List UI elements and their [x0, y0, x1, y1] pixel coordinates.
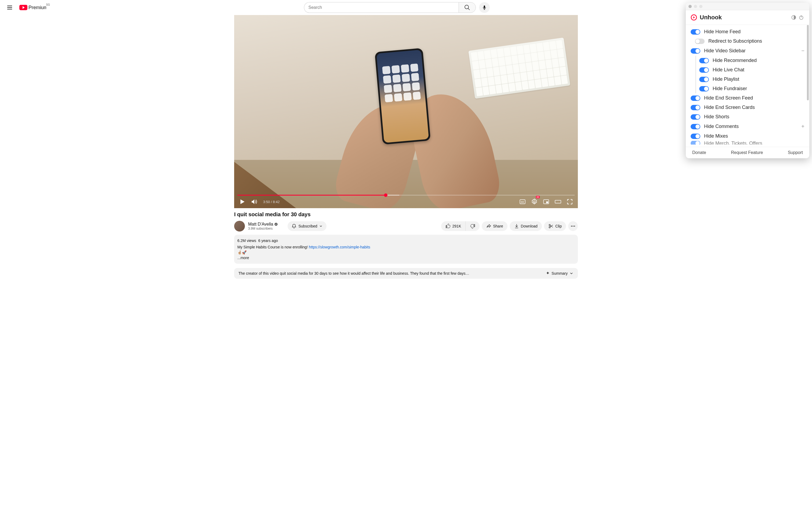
voice-search-button[interactable]	[479, 2, 490, 13]
scrollbar[interactable]	[807, 25, 809, 147]
fullscreen-icon	[566, 198, 573, 205]
unhook-logo-icon	[691, 14, 697, 21]
toggle-label: Hide Comments	[704, 124, 739, 129]
clip-button[interactable]: Clip	[544, 221, 566, 231]
channel-avatar[interactable]	[234, 221, 245, 231]
like-dislike-group: 291K	[441, 221, 480, 231]
play-button[interactable]	[237, 197, 247, 207]
donate-link[interactable]: Donate	[692, 150, 706, 155]
request-feature-link[interactable]: Request Feature	[731, 150, 763, 155]
miniplayer-icon	[543, 198, 550, 205]
toggle-label: Hide Playlist	[713, 76, 739, 82]
summary-bar: The creator of this video quit social me…	[234, 268, 578, 279]
theme-toggle-button[interactable]	[791, 14, 797, 21]
video-player[interactable]: 3:50 / 8:42 CC HD	[234, 15, 578, 208]
contrast-icon	[791, 15, 797, 20]
volume-button[interactable]	[249, 197, 259, 207]
scissors-icon	[548, 223, 554, 229]
summary-text: The creator of this video quit social me…	[239, 271, 543, 276]
svg-point-16	[574, 226, 575, 226]
description-link[interactable]: https://slowgrowth.com/simple-habits	[309, 245, 370, 249]
thumbs-up-icon	[446, 223, 451, 229]
toggle-row-redirect-to-subscriptions: Redirect to Subscriptions	[686, 37, 809, 46]
primary-column: 3:50 / 8:42 CC HD I quit social media fo…	[234, 15, 578, 279]
logo[interactable]: Premium SG	[19, 4, 46, 11]
toggle-switch[interactable]	[699, 77, 709, 82]
power-toggle-button[interactable]	[798, 14, 805, 21]
toggle-row-hide-recommended: Hide Recommended	[696, 56, 809, 65]
toggle-row-hide-video-sidebar: Hide Video Sidebar−	[686, 46, 809, 56]
toggle-label: Hide End Screen Feed	[704, 95, 753, 101]
toggle-row-hide-end-screen-cards: Hide End Screen Cards	[686, 103, 809, 112]
youtube-logo-icon: Premium	[19, 4, 46, 11]
expand-icon[interactable]: +	[801, 123, 805, 129]
svg-text:Premium: Premium	[29, 5, 46, 10]
show-more-button[interactable]: ...more	[237, 255, 575, 261]
support-link[interactable]: Support	[788, 150, 803, 155]
settings-button[interactable]: HD	[529, 197, 539, 207]
toggle-switch[interactable]	[691, 105, 700, 110]
more-actions-button[interactable]	[568, 221, 578, 231]
channel-name[interactable]: Matt D'Avella	[248, 222, 278, 227]
play-icon	[239, 198, 246, 205]
window-titlebar[interactable]	[686, 3, 809, 10]
sparkle-icon	[546, 271, 550, 276]
phone-prop	[374, 48, 431, 144]
search-button[interactable]	[459, 2, 476, 13]
dislike-button[interactable]	[466, 221, 479, 231]
time-display: 3:50 / 8:42	[263, 200, 280, 204]
hamburger-menu-button[interactable]	[4, 2, 15, 13]
video-frame	[234, 15, 578, 208]
microphone-icon	[482, 5, 487, 10]
toggle-switch[interactable]	[691, 124, 700, 129]
toggle-row-hide-shorts: Hide Shorts	[686, 112, 809, 121]
svg-rect-9	[546, 202, 548, 203]
maximize-window-button[interactable]	[699, 5, 702, 8]
toggle-switch[interactable]	[699, 58, 709, 63]
toggle-switch[interactable]	[691, 114, 700, 120]
description-box[interactable]: 6.2M views 6 years ago My Simple Habits …	[234, 235, 578, 264]
theater-button[interactable]	[553, 197, 563, 207]
search-input[interactable]	[304, 2, 459, 13]
svg-point-15	[572, 226, 573, 226]
fullscreen-button[interactable]	[565, 197, 575, 207]
svg-line-3	[468, 8, 470, 10]
toggle-switch[interactable]	[691, 48, 700, 54]
toggle-row-hide-mixes: Hide Mixes	[686, 131, 809, 141]
channel-info: Matt D'Avella 3.9M subscribers	[234, 221, 278, 231]
power-icon	[799, 15, 804, 20]
toggle-row-hide-home-feed: Hide Home Feed	[686, 27, 809, 37]
search-container	[304, 2, 476, 13]
toggle-row-hide-merch-tickets-offers: Hide Merch, Tickets, Offers	[686, 141, 809, 145]
toggle-switch[interactable]	[691, 133, 700, 139]
description-text: My Simple Habits Course is now enrolling…	[237, 244, 575, 250]
toggle-label: Hide Fundraiser	[713, 86, 747, 92]
toggle-switch[interactable]	[691, 96, 700, 101]
summary-expand-button[interactable]: Summary	[546, 271, 573, 276]
miniplayer-button[interactable]	[541, 197, 551, 207]
collapse-icon[interactable]: −	[801, 48, 805, 54]
volume-icon	[251, 198, 257, 205]
toggle-switch[interactable]	[691, 29, 700, 35]
extension-body[interactable]: Hide Home FeedRedirect to SubscriptionsH…	[686, 25, 809, 147]
minimize-window-button[interactable]	[694, 5, 697, 8]
subscribe-button[interactable]: Subscribed	[288, 221, 326, 231]
toggle-switch[interactable]	[691, 141, 700, 145]
toggle-switch[interactable]	[699, 86, 709, 92]
toggle-switch[interactable]	[699, 67, 709, 73]
share-icon	[486, 223, 491, 229]
svg-rect-4	[484, 6, 485, 8]
verified-icon	[274, 222, 278, 226]
share-button[interactable]: Share	[482, 221, 507, 231]
close-window-button[interactable]	[689, 5, 692, 8]
extension-logo: Unhook	[691, 14, 722, 21]
toggle-label: Hide Mixes	[704, 133, 728, 139]
toggle-switch[interactable]	[695, 39, 705, 44]
captions-button[interactable]: CC	[518, 197, 527, 207]
like-button[interactable]: 291K	[441, 221, 466, 231]
toggle-label: Hide Home Feed	[704, 29, 741, 35]
video-stats: 6.2M views 6 years ago	[237, 238, 575, 243]
svg-point-11	[275, 223, 278, 226]
download-button[interactable]: Download	[510, 221, 542, 231]
toggle-label: Hide End Screen Cards	[704, 105, 755, 110]
